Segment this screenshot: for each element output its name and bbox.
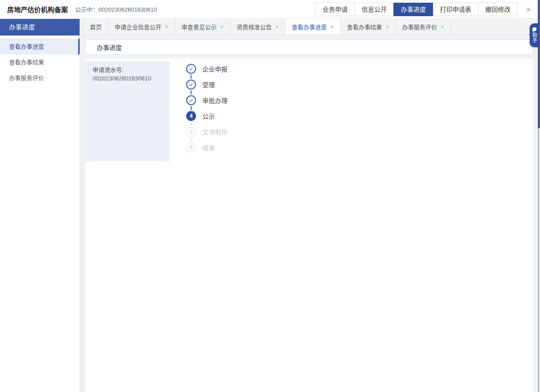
publicity-status: 公示中：002023062601630610 — [75, 5, 157, 13]
tab-qualification-notice[interactable]: 资质核准公告 × — [230, 19, 286, 35]
header-button-group: 业务申请 信息公开 办事进度 打印申请表 撤回修改 — [315, 3, 518, 16]
sidebar: 办事进度 查看办事进度 查看办事结果 办事服务评价 — [0, 19, 80, 392]
scrollbar-track — [538, 128, 539, 392]
publicity-status-value: 002023062601630610 — [98, 6, 157, 13]
close-icon[interactable]: × — [526, 5, 531, 14]
step-label: 公示 — [202, 111, 215, 120]
step-label: 受理 — [202, 80, 215, 89]
step-connector — [191, 75, 192, 79]
step-enterprise-declaration: 企业申报 — [186, 64, 228, 79]
step-label: 文书制作 — [202, 127, 228, 136]
assistant-label: 助手 — [532, 32, 537, 43]
tab-label: 申请企业信息公开 — [115, 22, 161, 31]
sidebar-item-view-progress[interactable]: 查看办事进度 — [0, 39, 80, 54]
withdraw-edit-button[interactable]: 撤回修改 — [478, 3, 518, 16]
check-icon — [186, 64, 196, 74]
top-header: 房地产估价机构备案 公示中：002023062601630610 业务申请 信息… — [0, 0, 540, 19]
step-label: 审批办理 — [202, 96, 228, 105]
step-label: 企业申报 — [202, 64, 228, 73]
tab-label: 查看办事结果 — [347, 22, 382, 31]
section-title-card: 办事进度 — [85, 40, 533, 55]
step-acceptance: 受理 — [186, 80, 228, 94]
tab-label: 查看办事进度 — [292, 22, 327, 31]
progress-button[interactable]: 办事进度 — [393, 3, 433, 16]
publicity-status-label: 公示中： — [75, 6, 98, 13]
tab-label: 首页 — [90, 22, 102, 31]
step-publicity-current: 4 公示 — [186, 111, 228, 126]
tab-close-icon[interactable]: × — [165, 23, 169, 30]
sidebar-item-service-evaluation[interactable]: 办事服务评价 — [0, 70, 80, 86]
header-left: 房地产估价机构备案 公示中：002023062601630610 — [7, 4, 157, 14]
tab-label: 办事服务评价 — [402, 22, 437, 31]
tab-close-icon[interactable]: × — [275, 23, 279, 30]
step-connector — [191, 138, 192, 142]
section-title: 办事进度 — [97, 43, 122, 52]
pending-step-number: 5 — [186, 127, 196, 137]
main-area: 首页 申请企业信息公开 × 审查意见公示 × 资质核准公告 × 查看办事进度 × — [80, 19, 540, 392]
step-connector — [191, 90, 192, 94]
check-icon — [186, 80, 196, 89]
chat-bubble-icon — [532, 27, 536, 31]
tab-view-result[interactable]: 查看办事结果 × — [340, 19, 396, 35]
app-window: 房地产估价机构备案 公示中：002023062601630610 业务申请 信息… — [0, 0, 540, 392]
info-disclosure-button[interactable]: 信息公开 — [354, 3, 394, 16]
scrollbar-thumb[interactable] — [538, 0, 540, 128]
sidebar-item-view-result[interactable]: 查看办事结果 — [0, 54, 80, 70]
tab-close-icon[interactable]: × — [441, 23, 444, 30]
header-right: 业务申请 信息公开 办事进度 打印申请表 撤回修改 × — [315, 3, 537, 16]
step-document-making: 5 文书制作 — [186, 127, 228, 142]
sidebar-nav: 查看办事进度 查看办事结果 办事服务评价 — [0, 36, 80, 86]
current-step-number: 4 — [186, 111, 196, 121]
step-approval: 审批办理 — [186, 95, 228, 110]
step-connector — [191, 106, 192, 110]
progress-card: 申请流水号: 002023062601630610 企业申报 — [85, 58, 533, 392]
tab-close-icon[interactable]: × — [330, 23, 334, 30]
serial-value: 002023062601630610 — [93, 74, 164, 83]
tab-apply-company-info[interactable]: 申请企业信息公开 × — [108, 19, 175, 35]
tab-label: 审查意见公示 — [182, 22, 217, 31]
check-icon — [186, 95, 196, 105]
pending-step-number: 6 — [186, 143, 196, 152]
serial-panel: 申请流水号: 002023062601630610 — [85, 61, 170, 161]
sidebar-header: 办事进度 — [0, 19, 80, 36]
tab-label: 资质核准公告 — [237, 22, 272, 31]
serial-label: 申请流水号: — [93, 66, 164, 74]
tab-view-progress[interactable]: 查看办事进度 × — [286, 19, 341, 35]
progress-steps: 企业申报 受理 — [186, 64, 228, 152]
tab-close-icon[interactable]: × — [220, 23, 224, 30]
app-title: 房地产估价机构备案 — [7, 4, 68, 14]
tab-home[interactable]: 首页 — [83, 19, 108, 35]
assistant-button[interactable]: 助手 — [530, 23, 539, 47]
business-apply-button[interactable]: 业务申请 — [315, 3, 355, 16]
app-shell: 办事进度 查看办事进度 查看办事结果 办事服务评价 首页 申请企业信息公开 × … — [0, 19, 540, 392]
content-area: 办事进度 申请流水号: 002023062601630610 — [80, 35, 540, 392]
tab-service-evaluation[interactable]: 办事服务评价 × — [396, 19, 451, 35]
tab-bar: 首页 申请企业信息公开 × 审查意见公示 × 资质核准公告 × 查看办事进度 × — [80, 19, 540, 35]
tab-close-icon[interactable]: × — [385, 23, 389, 30]
print-application-button[interactable]: 打印申请表 — [433, 3, 478, 16]
step-label: 结束 — [202, 143, 215, 152]
tab-review-opinion[interactable]: 审查意见公示 × — [175, 19, 231, 35]
step-connector — [191, 122, 192, 126]
step-end: 6 结束 — [186, 143, 228, 152]
